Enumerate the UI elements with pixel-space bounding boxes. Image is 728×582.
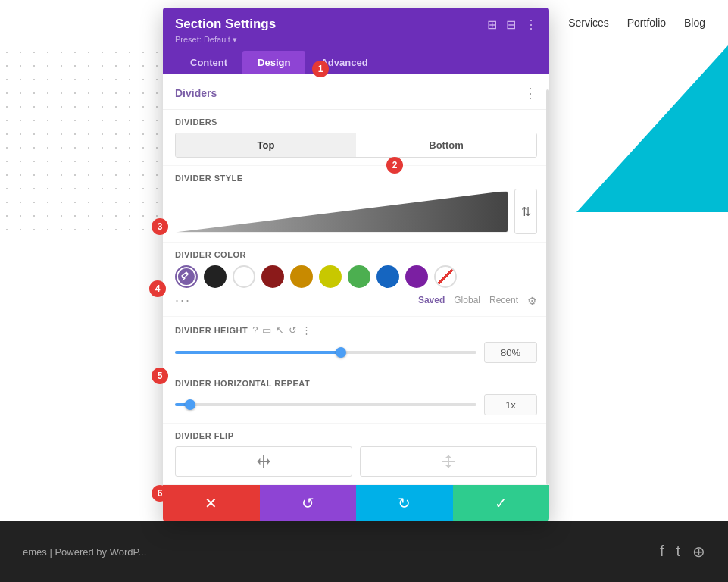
color-green[interactable]: [348, 265, 370, 288]
panel-tabs: Content Design Advanced: [175, 51, 537, 74]
mobile-icon[interactable]: ▭: [262, 324, 271, 336]
section-more-icon[interactable]: ⋮: [523, 85, 537, 102]
color-settings-icon[interactable]: ⚙: [527, 295, 537, 307]
facebook-icon[interactable]: f: [660, 543, 664, 561]
divider-style-field-group: Divider Style ⇅: [163, 166, 549, 242]
color-yellow[interactable]: [319, 265, 342, 288]
divider-height-track[interactable]: [175, 351, 476, 354]
divider-height-thumb[interactable]: [336, 347, 346, 358]
help-icon[interactable]: ?: [252, 324, 258, 336]
columns-icon[interactable]: ⊟: [506, 17, 516, 32]
dividers-section-label: Dividers: [175, 87, 217, 99]
footer-social-icons: f t ⊕: [660, 543, 705, 561]
nav-services[interactable]: Services: [568, 17, 609, 29]
action-bar: ✕ ↺ ↻ ✓: [163, 485, 549, 521]
divider-height-header: Divider Height ? ▭ ↖ ↺ ⋮: [175, 324, 537, 336]
divider-height-fill: [175, 351, 341, 354]
color-more-icon[interactable]: ···: [175, 293, 191, 308]
website-nav: Services Portfolio Blog: [553, 17, 705, 29]
divider-flip-label: Divider Flip: [175, 431, 537, 440]
color-swatches: [175, 265, 537, 288]
divider-color-label: Divider Color: [175, 250, 537, 259]
color-eyedropper[interactable]: [175, 265, 198, 288]
undo-height-icon[interactable]: ↺: [289, 324, 297, 336]
color-tab-saved[interactable]: Saved: [418, 295, 445, 307]
panel-title-row: Section Settings ⊞ ⊟ ⋮: [175, 17, 537, 32]
footer-credit: emes | Powered by WordP...: [23, 546, 146, 558]
color-none[interactable]: [434, 265, 457, 288]
cancel-button[interactable]: ✕: [163, 485, 260, 521]
rss-icon[interactable]: ⊕: [692, 543, 705, 561]
divider-height-value[interactable]: 80%: [484, 342, 537, 363]
panel-header-icons: ⊞ ⊟ ⋮: [487, 17, 537, 32]
color-tabs: Saved Global Recent ⚙: [418, 295, 537, 307]
panel-title: Section Settings: [175, 17, 276, 32]
dividers-field-group: Dividers Top Bottom: [163, 110, 549, 166]
badge-3: 3: [152, 218, 168, 235]
divider-repeat-track[interactable]: [175, 403, 476, 406]
badge-4: 4: [149, 280, 166, 297]
flip-group: [175, 446, 537, 477]
divider-color-field-group: Divider Color ···: [163, 242, 549, 317]
divider-style-preview[interactable]: [175, 191, 508, 233]
nav-portfolio[interactable]: Portfolio: [627, 17, 666, 29]
toggle-top[interactable]: Top: [176, 133, 356, 157]
divider-repeat-thumb[interactable]: [185, 399, 195, 410]
divider-repeat-label: Divider Horizontal Repeat: [175, 379, 537, 388]
divider-style-container: ⇅: [175, 189, 537, 234]
nav-blog[interactable]: Blog: [684, 17, 705, 29]
more-icon[interactable]: ⋮: [525, 17, 537, 32]
panel-preset[interactable]: Preset: Default ▾: [175, 35, 537, 45]
section-settings-panel: Section Settings ⊞ ⊟ ⋮ Preset: Default ▾…: [163, 8, 549, 521]
divider-height-field-group: Divider Height ? ▭ ↖ ↺ ⋮ 80%: [163, 317, 549, 371]
divider-style-label: Divider Style: [175, 174, 537, 183]
twitter-icon[interactable]: t: [676, 543, 680, 561]
tab-content[interactable]: Content: [175, 51, 242, 74]
badge-1: 1: [312, 61, 329, 77]
divider-height-label: Divider Height: [175, 326, 248, 335]
color-tab-global[interactable]: Global: [454, 295, 480, 307]
flip-vertical-btn[interactable]: [360, 446, 537, 477]
flip-horizontal-btn[interactable]: [175, 446, 352, 477]
panel-header: Section Settings ⊞ ⊟ ⋮ Preset: Default ▾…: [163, 8, 549, 74]
color-purple[interactable]: [405, 265, 428, 288]
website-footer: emes | Powered by WordP... f t ⊕: [0, 521, 728, 582]
panel-body: Dividers ⋮ Dividers Top Bottom Divider S…: [163, 74, 549, 521]
divider-repeat-value[interactable]: 1x: [484, 394, 537, 415]
color-black[interactable]: [204, 265, 227, 288]
color-tab-recent[interactable]: Recent: [489, 295, 518, 307]
badge-6: 6: [152, 485, 168, 502]
color-meta-row: ··· Saved Global Recent ⚙: [175, 293, 537, 308]
color-blue[interactable]: [376, 265, 399, 288]
expand-icon[interactable]: ⊞: [487, 17, 497, 32]
dividers-toggle-group: Top Bottom: [175, 133, 537, 158]
more-height-icon[interactable]: ⋮: [302, 324, 311, 336]
color-dark-red[interactable]: [261, 265, 284, 288]
tab-design[interactable]: Design: [242, 51, 305, 74]
divider-style-select[interactable]: ⇅: [514, 189, 537, 234]
divider-repeat-slider-field: 1x: [175, 394, 537, 415]
color-amber[interactable]: [290, 265, 313, 288]
toggle-bottom[interactable]: Bottom: [356, 133, 536, 157]
color-white[interactable]: [233, 265, 255, 288]
dots-pattern: [0, 45, 167, 242]
save-button[interactable]: ✓: [453, 485, 550, 521]
cursor-icon[interactable]: ↖: [276, 324, 284, 336]
divider-height-slider-field: 80%: [175, 342, 537, 363]
scrollbar[interactable]: [546, 89, 549, 485]
badge-2: 2: [386, 157, 403, 174]
dividers-section-header: Dividers ⋮: [163, 74, 549, 110]
badge-5: 5: [152, 368, 168, 384]
undo-button[interactable]: ↺: [260, 485, 357, 521]
divider-repeat-field-group: Divider Horizontal Repeat 1x: [163, 371, 549, 424]
divider-flip-field-group: Divider Flip: [163, 424, 549, 485]
dividers-label: Dividers: [175, 117, 537, 127]
redo-button[interactable]: ↻: [356, 485, 453, 521]
